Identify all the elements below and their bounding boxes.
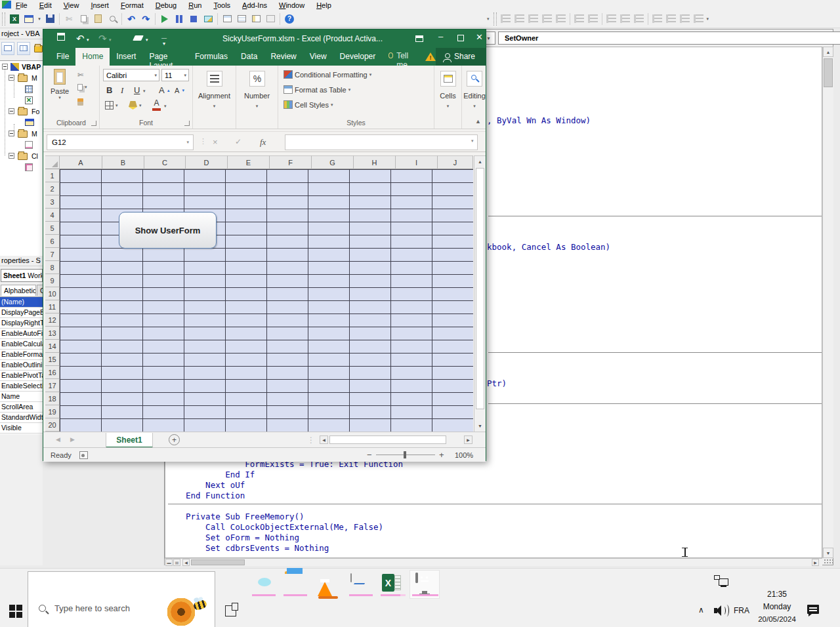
save-icon[interactable] [57, 33, 65, 43]
insert-function-icon[interactable]: fx [260, 137, 266, 148]
font-color-icon[interactable]: A [152, 100, 161, 111]
row-header[interactable]: 2 [45, 182, 60, 195]
zoom-slider-thumb[interactable] [404, 451, 406, 458]
row-header[interactable]: 11 [45, 300, 60, 314]
font-size-combo[interactable]: 11▾ [161, 69, 189, 81]
formula-bar-divider[interactable]: ⋮ [200, 137, 207, 146]
tab-file[interactable]: File [50, 48, 75, 66]
toggle-bookmark-icon[interactable] [652, 14, 662, 23]
ribbon-display-options-icon[interactable] [415, 34, 423, 44]
action-center-icon[interactable] [807, 605, 819, 614]
property-row[interactable]: (Name) [0, 297, 43, 308]
menu-tools[interactable]: Tools [213, 1, 230, 9]
property-row[interactable]: Name [0, 392, 43, 402]
edit-toolbar-options-icon[interactable]: ▾ [707, 16, 709, 22]
borders-icon[interactable]: ▾ [105, 101, 118, 110]
save-icon[interactable] [43, 13, 56, 25]
search-box[interactable]: Type here to search [28, 571, 215, 627]
tab-alphabetic[interactable]: Alphabetic [1, 285, 36, 296]
row-header[interactable]: 6 [45, 235, 60, 248]
code-horizontal-scrollbar[interactable]: ▬ ▤ ◀ ▶ [165, 558, 822, 566]
close-icon[interactable]: ✕ [476, 32, 483, 42]
paste-button[interactable]: Paste ▾ [49, 69, 71, 100]
menu-debug[interactable]: Debug [156, 1, 177, 9]
taskbar-vlc-icon[interactable] [318, 574, 339, 595]
property-row[interactable]: EnablePivotTa [0, 371, 43, 381]
row-header[interactable]: 19 [45, 405, 60, 418]
scroll-down-icon[interactable]: ▼ [823, 548, 833, 558]
module-icon[interactable] [25, 141, 33, 149]
tab-review[interactable]: Review [264, 48, 303, 66]
redo-icon[interactable]: ↷ [98, 33, 107, 45]
cut-icon[interactable]: ✄ [62, 13, 75, 25]
list-properties-icon[interactable] [501, 14, 511, 23]
row-header[interactable]: 5 [45, 222, 60, 235]
parameter-info-icon[interactable] [542, 14, 552, 23]
cells-group[interactable]: Cells ▾ [434, 66, 462, 129]
sheet1-module-icon[interactable] [25, 85, 33, 93]
eraser-icon[interactable] [134, 33, 142, 43]
cell-styles-button[interactable]: Cell Styles▾ [284, 100, 333, 109]
taskbar-remote-desktop-icon[interactable] [415, 574, 436, 595]
row-header[interactable]: 14 [45, 340, 60, 353]
alignment-group[interactable]: Alignment ▾ [193, 66, 236, 129]
column-header[interactable]: J [438, 155, 473, 169]
undo-icon[interactable]: ↶ [125, 13, 138, 25]
sheet-vertical-scrollbar[interactable]: ▲ ▼ [474, 155, 486, 432]
help-icon[interactable]: ? [283, 13, 296, 25]
tell-me-box[interactable]: Tell me... [382, 48, 425, 66]
break-icon[interactable] [173, 13, 186, 25]
toggle-folders-button[interactable] [34, 42, 43, 54]
tree-collapse-forms-icon[interactable] [9, 108, 14, 114]
taskbar-monitor-app-icon[interactable] [350, 574, 371, 595]
outdent-icon[interactable] [588, 14, 598, 23]
cut-icon[interactable]: ✄ [77, 71, 83, 79]
code-vertical-scrollbar[interactable]: ▲ ▼ [822, 47, 833, 558]
language-indicator[interactable]: FRA [734, 606, 749, 615]
object-browser-icon[interactable] [249, 13, 262, 25]
decrease-font-icon[interactable]: A▼ [175, 87, 185, 94]
tab-developer[interactable]: Developer [333, 48, 383, 66]
formula-input[interactable] [285, 134, 478, 150]
chevron-down-icon[interactable]: ▾ [143, 89, 146, 94]
formula-bar-expand-icon[interactable]: ▾ [471, 138, 474, 144]
tab-data[interactable]: Data [234, 48, 264, 66]
full-module-view-button[interactable]: ▤ [173, 559, 180, 566]
column-header[interactable]: I [396, 155, 438, 169]
task-view-icon[interactable] [225, 605, 236, 617]
properties-object-dropdown[interactable]: Sheet1 Work [1, 269, 43, 282]
column-header[interactable]: G [312, 155, 354, 169]
show-userform-button[interactable]: Show UserForm [119, 212, 217, 249]
column-header[interactable]: B [102, 155, 144, 169]
scroll-down-icon[interactable]: ▼ [475, 421, 485, 431]
taskbar-edge-icon[interactable] [253, 574, 274, 595]
edit-toolbar-drag-handle[interactable] [494, 12, 497, 26]
tree-root-label[interactable]: VBAP [22, 63, 41, 71]
worksheet-grid[interactable] [60, 169, 473, 432]
clock[interactable]: 21:35 Monday 20/05/2024 [752, 588, 802, 626]
scroll-right-icon[interactable]: ▶ [464, 435, 472, 444]
enter-icon[interactable]: ✓ [235, 137, 242, 146]
property-row[interactable]: EnableSelecti [0, 381, 43, 392]
tree-collapse-msexcel-icon[interactable] [9, 75, 14, 81]
tab-splitter[interactable]: ⋮ [307, 435, 315, 445]
select-all-corner[interactable] [45, 155, 60, 169]
menu-format[interactable]: Format [121, 1, 144, 9]
row-header[interactable]: 8 [45, 261, 60, 274]
network-tray-icon[interactable] [714, 575, 728, 587]
indent-icon[interactable] [574, 14, 584, 23]
copy-icon[interactable] [77, 13, 90, 25]
undo-icon[interactable]: ↶ [76, 33, 85, 45]
format-painter-icon[interactable] [77, 98, 83, 106]
tab-formulas[interactable]: Formulas [188, 48, 234, 66]
view-object-button[interactable] [17, 42, 30, 55]
property-row[interactable]: StandardWidt [0, 413, 43, 423]
zoom-in-icon[interactable]: + [439, 450, 444, 460]
reset-icon[interactable] [187, 13, 200, 25]
quick-info-icon[interactable] [528, 14, 538, 23]
userform-icon[interactable] [25, 119, 34, 126]
menu-window[interactable]: Window [279, 1, 304, 9]
taskbar-excel-icon[interactable]: X [382, 574, 403, 595]
property-row[interactable]: EnableCalcula [0, 339, 43, 350]
taskbar-file-explorer-icon[interactable] [285, 574, 306, 595]
